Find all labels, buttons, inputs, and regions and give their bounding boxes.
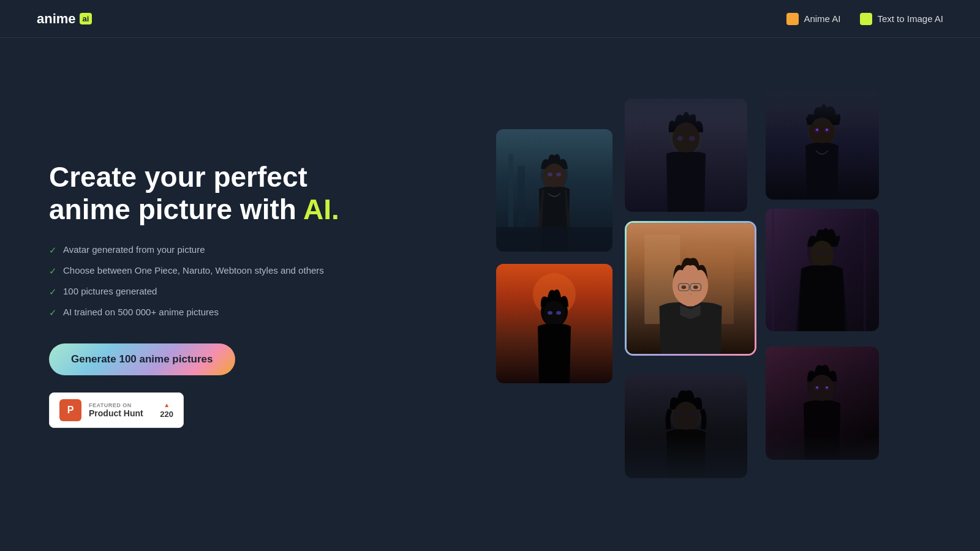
svg-point-52 (826, 386, 828, 389)
generate-button[interactable]: Generate 100 anime pictures (49, 343, 235, 375)
product-hunt-logo: P (59, 399, 81, 421)
svg-point-24 (693, 285, 698, 289)
text-to-image-icon (860, 13, 872, 25)
check-icon: ✓ (49, 264, 57, 277)
svg-point-42 (556, 311, 561, 315)
anime-card-5 (766, 209, 879, 331)
anime-card-8 (766, 347, 879, 460)
svg-point-5 (548, 173, 552, 176)
header: animeai Anime AI Text to Image AI (0, 0, 980, 38)
ph-votes-count: 220 (160, 410, 173, 419)
svg-point-40 (543, 301, 565, 328)
text-to-image-label: Text to Image AI (877, 13, 943, 24)
svg-point-27 (810, 118, 834, 147)
hero-title-ai: AI. (303, 193, 339, 225)
ph-upvote-icon: ▲ (164, 402, 170, 408)
product-hunt-badge[interactable]: P FEATURED ON Product Hunt ▲ 220 (49, 392, 184, 428)
svg-point-4 (543, 163, 565, 190)
svg-point-13 (677, 136, 683, 141)
fade-right (913, 80, 962, 509)
svg-rect-2 (518, 166, 525, 227)
check-icon: ✓ (49, 285, 57, 298)
svg-point-10 (673, 122, 699, 154)
svg-point-30 (816, 129, 818, 131)
svg-point-41 (548, 311, 552, 315)
navigation: Anime AI Text to Image AI (786, 13, 943, 25)
hero-content: Create your perfect anime picture with A… (49, 161, 368, 428)
svg-rect-33 (772, 209, 774, 331)
anime-card-3-featured (625, 221, 756, 356)
svg-point-36 (810, 241, 834, 269)
svg-point-31 (826, 129, 828, 131)
anime-card-6 (496, 264, 612, 383)
nav-anime-ai[interactable]: Anime AI (786, 13, 840, 25)
check-icon: ✓ (49, 306, 57, 319)
hero-section: Create your perfect anime picture with A… (0, 38, 980, 551)
anime-card-4 (766, 89, 879, 200)
logo-text: anime (37, 11, 76, 27)
feature-list: ✓ Avatar generated from your picture ✓ C… (49, 243, 368, 319)
feature-item: ✓ 100 pictures generated (49, 285, 368, 298)
anime-card-2 (625, 99, 747, 212)
hero-image-section (368, 38, 943, 551)
svg-point-14 (689, 136, 695, 141)
anime-ai-icon (786, 13, 799, 25)
svg-point-45 (673, 402, 699, 432)
hero-title: Create your perfect anime picture with A… (49, 161, 368, 226)
check-icon: ✓ (49, 244, 57, 257)
product-hunt-text: FEATURED ON Product Hunt (89, 402, 143, 418)
svg-rect-7 (496, 227, 612, 252)
svg-point-51 (816, 386, 818, 389)
feature-item: ✓ AI trained on 500 000+ anime pictures (49, 305, 368, 319)
logo[interactable]: animeai (37, 11, 92, 27)
anime-card-7 (625, 374, 747, 478)
ph-featured-label: FEATURED ON (89, 402, 143, 408)
logo-ai-badge: ai (80, 13, 92, 24)
feature-item: ✓ Avatar generated from your picture (49, 243, 368, 257)
anime-image-grid (496, 80, 962, 509)
anime-card-1 (496, 129, 612, 252)
svg-point-6 (556, 173, 561, 176)
svg-rect-1 (508, 154, 513, 227)
ph-name: Product Hunt (89, 408, 143, 418)
anime-ai-label: Anime AI (804, 13, 840, 24)
feature-item: ✓ Choose between One Piece, Naruto, Webt… (49, 264, 368, 277)
svg-point-48 (810, 375, 834, 404)
svg-rect-34 (864, 209, 866, 331)
ph-votes: ▲ 220 (160, 402, 173, 419)
svg-point-23 (681, 285, 686, 289)
nav-text-to-image[interactable]: Text to Image AI (860, 13, 943, 25)
